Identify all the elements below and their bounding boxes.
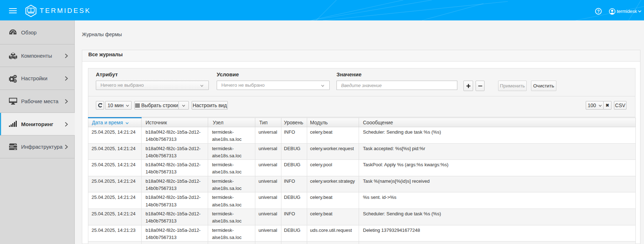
svg-text:?: ? <box>597 9 600 14</box>
